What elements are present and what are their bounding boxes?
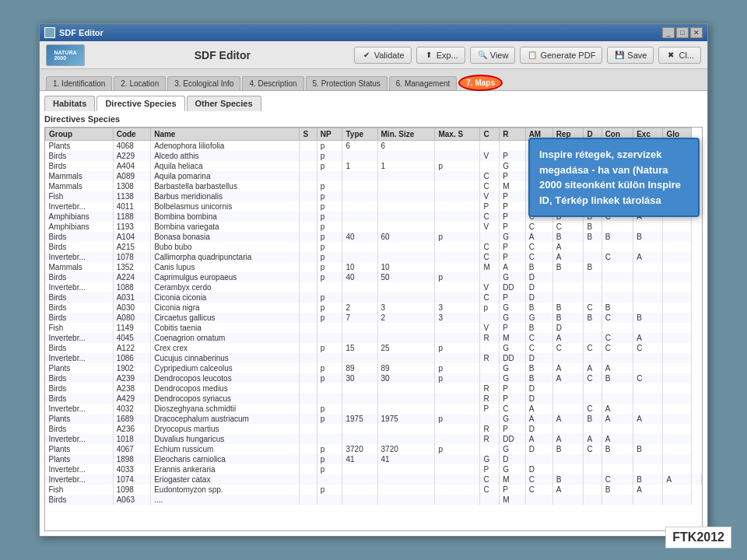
table-row[interactable]: Plants1689Dracocephalum austriacump19751… (46, 414, 702, 424)
cell-12-15 (663, 262, 692, 272)
save-button[interactable]: 💾 Save (607, 47, 654, 64)
table-row[interactable]: Invertebr...4032Dioszeghyana schmidtiipP… (46, 404, 702, 414)
cell-27-5: 1975 (342, 414, 377, 424)
table-row[interactable]: BirdsA031Ciconia ciconiapCPD (46, 292, 702, 303)
cell-15-9: P (500, 292, 525, 303)
col-np: NP (317, 128, 342, 141)
cell-14-15 (663, 282, 692, 292)
cell-16-11: B (552, 303, 584, 313)
tab-location[interactable]: 2. Location (114, 76, 166, 90)
table-row[interactable]: Plants1902Cypripedium calceolusp8989pGBA… (46, 363, 702, 373)
table-row[interactable]: Plants1898Eleocharis carniolicap4141GD (46, 454, 702, 464)
logo-text: NATURA2000 (54, 50, 76, 61)
cell-9-0: Birds (46, 232, 114, 242)
table-row[interactable]: Amphibians1193Bombina variegatapVPCCB (46, 222, 702, 232)
cell-1-1: A229 (113, 151, 151, 161)
cell-20-11: C (552, 343, 584, 353)
tab-description[interactable]: 4. Description (242, 76, 303, 90)
table-row[interactable]: BirdsA238Dendrocopos mediusRPD (46, 383, 702, 394)
cell-25-0: Birds (46, 394, 114, 404)
table-row[interactable]: Invertebr...1018Duvalius hungaricusRDDAA… (46, 434, 702, 444)
close-toolbar-button[interactable]: ✖ Cl... (658, 47, 701, 64)
table-row[interactable]: Invertebr...1086Cucujus cinnaberinusRDDD (46, 353, 702, 363)
table-row[interactable]: Fish1149Cobitis taeniaVPBD (46, 323, 702, 333)
cell-34-14: A (633, 485, 663, 495)
cell-12-6: 10 (377, 262, 435, 272)
cell-13-1: A224 (113, 272, 151, 282)
table-row[interactable]: BirdsA063....M (46, 495, 702, 505)
cell-28-13 (601, 424, 633, 434)
table-row[interactable]: BirdsA030Ciconia nigrap233pGBBCB (46, 303, 702, 313)
cell-8-4: p (317, 222, 342, 232)
section-label: Directives Species (44, 114, 703, 124)
cell-28-0: Birds (46, 424, 114, 434)
tab-directive-species[interactable]: Directive Species (96, 96, 184, 111)
table-row[interactable]: Fish1098Eudontomyzon spp.pCPCABA (46, 485, 702, 495)
tab-management[interactable]: 6. Management (389, 76, 458, 90)
cell-26-10: A (525, 404, 552, 414)
cell-7-4: p (317, 212, 342, 222)
cell-28-9: P (500, 424, 525, 434)
tab-identification[interactable]: 1. Identification (46, 76, 112, 90)
cell-27-12: B (584, 414, 601, 424)
table-row[interactable]: Mammals1352Canis lupusp1010MABBB (46, 262, 702, 272)
window-title: SDF Editor (59, 28, 103, 37)
table-row[interactable]: BirdsA239Dendrocopos leucotosp3030pGBACB… (46, 373, 702, 383)
table-row[interactable]: Invertebr...4045Coenagrion ornatumRMCACA (46, 333, 702, 343)
cell-15-1: A031 (113, 292, 151, 303)
table-row[interactable]: BirdsA236Dryocopus martiusRPD (46, 424, 702, 434)
export-button[interactable]: ⬆ Exp... (416, 47, 465, 64)
table-row[interactable]: BirdsA104Bonasa bonasiap4060pGABBBB (46, 232, 702, 242)
tab-other-species[interactable]: Other Species (187, 96, 261, 111)
cell-27-13: A (601, 414, 633, 424)
species-tabs: Habitats Directive Species Other Species (44, 96, 703, 111)
generate-pdf-button[interactable]: 📋 Generate PDF (520, 47, 602, 64)
table-row[interactable]: Invertebr...1088Cerambyx cerdoVDDD (46, 282, 702, 292)
table-row[interactable]: BirdsA080Circaetus gallicusp723GGBBCB (46, 313, 702, 323)
col-c: C (480, 128, 500, 141)
cell-28-15 (663, 424, 692, 434)
tab-habitats[interactable]: Habitats (44, 96, 95, 111)
table-row[interactable]: BirdsA224Caprimulgus europaeusp4050pGD (46, 272, 702, 282)
cell-28-11 (552, 424, 584, 434)
cell-33-7 (435, 474, 480, 485)
cell-21-4 (317, 353, 342, 363)
table-row[interactable]: BirdsA122Crex crexp1525pGCCCCC (46, 343, 702, 353)
tab-ecological[interactable]: 3. Ecological Info (167, 76, 240, 90)
cell-16-10: B (525, 303, 552, 313)
cell-32-0: Invertebr... (46, 464, 114, 474)
table-row[interactable]: Plants4067Echium russicump37203720pGDBCB… (46, 444, 702, 454)
tab-maps[interactable]: 7. Maps (458, 75, 503, 91)
cell-10-10: C (525, 242, 552, 252)
cell-5-0: Fish (46, 191, 114, 201)
cell-19-12 (584, 333, 601, 343)
maximize-button[interactable]: □ (676, 27, 689, 38)
close-button[interactable]: ✕ (690, 27, 703, 38)
tab-protection[interactable]: 5. Protection Status (306, 76, 388, 90)
cell-13-6: 50 (377, 272, 435, 282)
title-bar-left: SDF Editor (44, 27, 103, 38)
toolbar: NATURA2000 SDF Editor ✔ Validate ⬆ Exp..… (40, 41, 707, 69)
cell-10-11: A (552, 242, 584, 252)
table-row[interactable]: Invertebr...1074Eriogaster cataxCMCBCBA (46, 474, 702, 485)
cell-22-9: G (500, 363, 525, 373)
table-row[interactable]: Invertebr...4033Erannis ankerariapPGD (46, 464, 702, 474)
cell-30-0: Plants (46, 444, 114, 454)
minimize-button[interactable]: _ (662, 27, 675, 38)
cell-12-7 (435, 262, 480, 272)
table-row[interactable]: Invertebr...1078Callimorpha quadripuncta… (46, 252, 702, 262)
table-row[interactable]: BirdsA429Dendrocopos syriacusRPD (46, 394, 702, 404)
validate-button[interactable]: ✔ Validate (354, 47, 412, 64)
cell-16-6: 3 (377, 303, 435, 313)
cell-15-11 (552, 292, 584, 303)
cell-12-8: M (480, 262, 500, 272)
cell-3-7 (435, 171, 480, 181)
cell-11-8: C (480, 252, 500, 262)
cell-31-12 (584, 454, 601, 464)
cell-0-7 (435, 141, 480, 152)
view-button[interactable]: 🔍 View (470, 47, 516, 64)
table-row[interactable]: BirdsA215Bubo bubopCPCA (46, 242, 702, 252)
col-group: Group (46, 128, 114, 141)
cell-10-4: p (317, 242, 342, 252)
cell-2-6: 1 (377, 161, 435, 171)
